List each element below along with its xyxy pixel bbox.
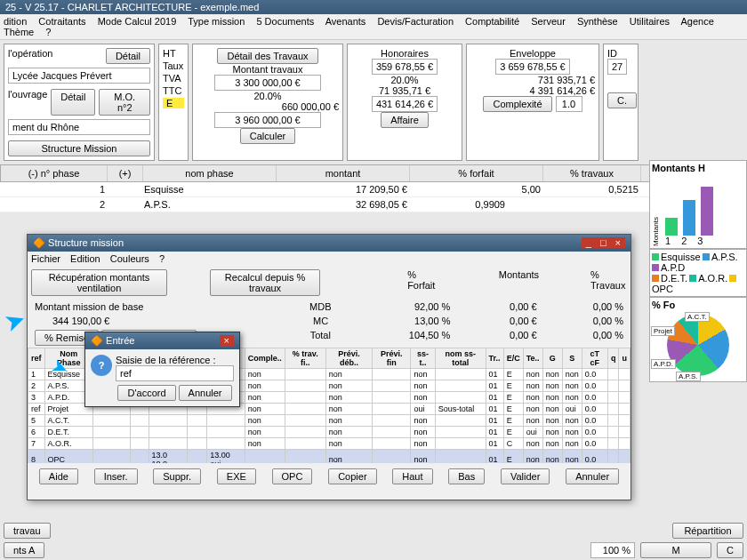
cancel-button[interactable]: Annuler [179, 385, 232, 401]
opc-button[interactable]: OPC [272, 468, 313, 484]
sr-t: 0,00 % [537, 301, 623, 312]
legend-item: D.E.T. [661, 273, 687, 284]
env-v1: 3 659 678,55 € [495, 59, 569, 75]
gh-montant: montant [277, 165, 410, 181]
menu-edition[interactable]: dition [4, 16, 27, 27]
tva-label: TVA [163, 73, 184, 84]
col-header[interactable]: Te.. [523, 348, 542, 369]
col-header[interactable]: nom ss-total [435, 348, 486, 369]
menu-agence[interactable]: Agence [681, 16, 714, 27]
close-icon[interactable]: × [611, 237, 625, 248]
cell [131, 438, 149, 450]
dlg-menu-fichier[interactable]: Fichier [31, 253, 60, 264]
structure-mission-button[interactable]: Structure Mission [8, 140, 150, 156]
gh-plus[interactable]: (+) [108, 165, 143, 181]
cell [285, 404, 325, 415]
menu-avenants[interactable]: Avenants [325, 16, 366, 27]
ouvrage-detail-button[interactable]: Détail [51, 89, 95, 116]
dept-field[interactable]: ment du Rhône [8, 119, 150, 135]
entry-dialog: 🔶 Entrée× ? Saisie de la référence : D'a… [84, 332, 240, 407]
menu-serveur[interactable]: Serveur [531, 16, 566, 27]
table-row[interactable]: 1 Esquisse 17 209,50 € 5,00 0,5215 [0, 182, 747, 197]
annuler-button[interactable]: Annuler [566, 468, 619, 484]
copier-button[interactable]: Copier [328, 468, 376, 484]
bas-button[interactable]: Bas [448, 468, 485, 484]
recalcul-button[interactable]: Recalcul depuis % travaux [210, 269, 320, 296]
cell [285, 415, 325, 427]
cell [187, 438, 207, 450]
menu-mode-calcul[interactable]: Mode Calcul 2019 [98, 16, 177, 27]
menu-documents[interactable]: 5 Documents [256, 16, 314, 27]
repartition-button[interactable]: Répartition [672, 523, 743, 539]
col-header[interactable]: ref [28, 348, 45, 369]
env-v2: 731 935,71 € [470, 75, 595, 85]
col-header[interactable]: q [607, 348, 619, 369]
entry-prompt: Saisie de la référence : [116, 355, 234, 365]
aide-button[interactable]: Aide [39, 468, 78, 484]
c-button[interactable]: C. [607, 92, 637, 108]
table-row[interactable]: 2 A.P.S. 32 698,05 € 0,9909 [0, 197, 747, 212]
table-row[interactable]: 7A.O.R.nonnonnon01Cnonnonnon0.0 [28, 438, 631, 450]
col-header[interactable]: G [542, 348, 562, 369]
complexite-value[interactable]: 1.0 [556, 96, 582, 112]
exe-button[interactable]: EXE [217, 468, 256, 484]
col-header[interactable]: E/C [503, 348, 523, 369]
col-header[interactable]: % trav. fi.. [285, 348, 325, 369]
dlg-menu-couleurs[interactable]: Couleurs [110, 253, 149, 264]
affaire-button[interactable]: Affaire [381, 112, 429, 128]
c-button[interactable]: C [717, 542, 743, 558]
cell [131, 427, 149, 438]
menu-compta[interactable]: Comptabilité [465, 16, 519, 27]
close-icon[interactable]: × [220, 335, 234, 347]
detail-travaux-button[interactable]: Détail des Travaux [217, 48, 317, 64]
menu-synthese[interactable]: Synthèse [577, 16, 618, 27]
travau-button[interactable]: travau [4, 523, 51, 539]
maximize-icon[interactable]: □ [596, 237, 611, 248]
col-header[interactable]: ss-t.. [411, 348, 435, 369]
complexite-button[interactable]: Complexité [483, 96, 551, 112]
montant-value[interactable]: 3 300 000,00 € [214, 75, 321, 91]
nts-button[interactable]: nts A [4, 542, 44, 558]
sr-label: 344 190,00 € [35, 316, 277, 326]
minimize-icon[interactable]: _ [582, 237, 596, 248]
menu-devis[interactable]: Devis/Facturation [377, 16, 454, 27]
xtick: 1 [665, 236, 671, 246]
recuperation-button[interactable]: Récupération montants ventilation [31, 269, 167, 296]
reference-input[interactable] [116, 365, 234, 381]
ok-button[interactable]: D'accord [117, 385, 175, 401]
cell [373, 369, 411, 380]
col-header[interactable]: cT cF [582, 348, 607, 369]
col-header[interactable]: u [619, 348, 631, 369]
col-header[interactable]: Comple.. [245, 348, 285, 369]
menu-type-mission[interactable]: Type mission [188, 16, 245, 27]
valider-button[interactable]: Valider [501, 468, 550, 484]
mo-button[interactable]: M.O. n°2 [99, 89, 150, 116]
menu-theme[interactable]: Thème [4, 27, 34, 37]
table-row[interactable]: 6D.E.T.nonnonnon01Eouinonnon0.0 [28, 427, 631, 438]
col-header[interactable]: Prévi. déb.. [325, 348, 372, 369]
menu-help[interactable]: ? [45, 27, 51, 37]
detail-button[interactable]: Détail [106, 48, 150, 64]
col-header[interactable]: Prévi. fin [373, 348, 411, 369]
table-row[interactable]: 8OPC13.0 10.013.00 ouinonnon01Enonnonnon… [28, 450, 631, 464]
dlg-menu-help[interactable]: ? [159, 253, 165, 264]
col-header[interactable]: S [562, 348, 582, 369]
forfait-chart: % Fo A.C.T. Projet A.P.D. A.P.S. [649, 297, 747, 382]
suppr-button[interactable]: Suppr. [153, 468, 201, 484]
table-row[interactable]: 5A.C.T.nonnonnon01Enonnonnon0.0 [28, 415, 631, 427]
row-m: 17 209,50 € [276, 182, 409, 196]
honoraires-title: Honoraires [351, 48, 458, 59]
col-header[interactable]: Tr.. [486, 348, 503, 369]
client-field[interactable]: Lycée Jacques Prévert [8, 68, 150, 84]
calculer-button[interactable]: Calculer [240, 128, 295, 144]
cell: non [411, 380, 435, 392]
inser-button[interactable]: Inser. [94, 468, 138, 484]
haut-button[interactable]: Haut [392, 468, 432, 484]
m-button[interactable]: M [640, 542, 711, 558]
dlg-menu-edition[interactable]: Edition [70, 253, 100, 264]
menu-utilitaires[interactable]: Utilitaires [630, 16, 670, 27]
cell: 8 [28, 450, 45, 464]
cell: 13.00 oui [207, 450, 245, 464]
menu-cotraitants[interactable]: Cotraitants [38, 16, 85, 27]
cell: 1 [28, 369, 45, 380]
